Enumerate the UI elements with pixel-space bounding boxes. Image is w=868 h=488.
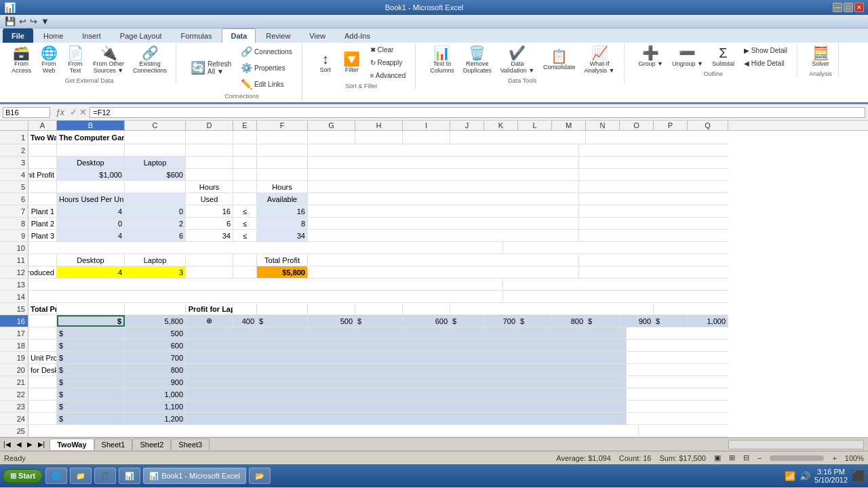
tab-first-btn[interactable]: |◀ [1,440,13,449]
cell-i15[interactable] [403,303,450,314]
cell-a2[interactable] [28,144,57,156]
filter-button[interactable]: 🔽Filter [340,50,364,75]
cell-e5[interactable] [233,181,257,192]
cell-k16[interactable]: 700 [484,315,518,327]
cell-c2[interactable] [125,144,186,156]
row-num-11[interactable]: 11 [0,254,28,266]
row-num-12[interactable]: 12 [0,266,28,279]
customize-quick-btn[interactable]: ▼ [40,16,50,27]
cell-f4[interactable] [257,169,308,180]
cell-b12[interactable]: 4 [57,266,125,278]
col-header-n[interactable]: N [586,121,620,130]
cell-rest21[interactable] [186,376,627,388]
col-header-h[interactable]: H [355,121,403,130]
cell-b19[interactable]: $ [57,352,125,363]
row-num-13[interactable]: 13 [0,279,28,291]
cell-a13[interactable] [28,279,503,290]
cell-b20[interactable]: $ [57,364,125,375]
horizontal-scrollbar[interactable] [728,440,864,449]
cell-j16[interactable]: $ [450,315,484,327]
row-num-17[interactable]: 17 [0,327,28,340]
taskbar-media[interactable]: 🎵 [94,468,116,484]
sort-button[interactable]: ↕️Sort [313,50,338,75]
cell-b3[interactable]: Desktop [57,157,125,168]
tab-home[interactable]: Home [35,28,72,43]
cell-f3[interactable] [257,157,308,168]
cell-d1[interactable] [186,131,233,144]
cell-c5[interactable] [125,181,186,192]
cell-e4[interactable] [233,169,257,180]
row-num-9[interactable]: 9 [0,230,28,242]
cell-rest17[interactable] [186,327,627,339]
tab-next-btn[interactable]: ▶ [25,440,35,449]
cell-b24[interactable]: $ [57,413,125,424]
row-num-1[interactable]: 1 [0,131,28,144]
cell-l16[interactable]: $ [518,315,552,327]
col-header-a[interactable]: A [28,121,57,130]
cell-e9[interactable]: ≤ [233,230,257,241]
cell-g16[interactable]: 500 [308,315,355,327]
cell-b8[interactable]: 0 [57,218,125,229]
cell-d8[interactable]: 6 [186,218,233,229]
row-num-7[interactable]: 7 [0,205,28,218]
row-num-18[interactable]: 18 [0,340,28,352]
row-num-21[interactable]: 21 [0,376,28,388]
taskbar-explorer[interactable]: 📁 [70,468,92,484]
hide-detail-button[interactable]: ◀ Hide Detail [740,58,791,69]
connections-button[interactable]: 🔗 Connections [237,44,296,59]
row-num-2[interactable]: 2 [0,144,28,157]
cell-f5[interactable]: Hours [257,181,308,192]
row-num-22[interactable]: 22 [0,388,28,401]
cell-h1[interactable] [355,131,403,144]
cell-e15[interactable] [233,303,257,314]
col-header-d[interactable]: D [186,121,233,130]
cell-b11[interactable]: Desktop [57,254,125,266]
from-web-button[interactable]: 🌐FromWeb [37,44,61,76]
tab-data[interactable]: Data [222,28,256,43]
cell-e12[interactable] [233,266,257,278]
cell-f16[interactable]: $ [257,315,308,327]
show-detail-button[interactable]: ▶ Show Detail [740,45,791,56]
view-normal-btn[interactable]: ▣ [714,453,721,462]
cell-d15[interactable]: Unit Profit for Laptop [186,303,233,314]
cell-a3[interactable] [28,157,57,168]
tab-review[interactable]: Review [257,28,299,43]
cell-c19[interactable]: 700 [125,352,186,363]
cell-a15[interactable]: Total Profit [28,303,57,314]
taskbar-ie[interactable]: 🌐 [45,468,67,484]
cell-c23[interactable]: 1,100 [125,401,186,412]
cell-a1[interactable]: Two Way [28,131,57,144]
cell-d16[interactable]: ⊕ [186,315,233,327]
cell-a17[interactable] [28,327,57,339]
redo-quick-btn[interactable]: ↪ [29,16,38,27]
cell-b6[interactable]: Hours Used Per Unit Produced [57,193,125,205]
cell-d2[interactable] [186,144,233,156]
cell-d3[interactable] [186,157,233,168]
cell-c17[interactable]: 500 [125,327,186,339]
row-num-4[interactable]: 4 [0,169,28,181]
text-to-columns-button[interactable]: 📊Text toColumns [427,44,458,76]
cell-f11[interactable]: Total Profit [257,254,308,266]
cell-e11[interactable] [233,254,257,266]
name-box[interactable] [3,107,50,118]
cell-a8[interactable]: Plant 2 [28,218,57,229]
maximize-button[interactable]: □ [844,3,853,12]
cell-rest6[interactable] [308,193,579,205]
cell-b5[interactable] [57,181,125,192]
cell-f15[interactable] [257,303,308,314]
what-if-analysis-button[interactable]: 📈What-IfAnalysis ▼ [581,44,618,76]
cell-c1[interactable] [125,131,186,144]
cell-b17[interactable]: $ [57,327,125,339]
tab-formulas[interactable]: Formulas [172,28,221,43]
cell-b23[interactable]: $ [57,401,125,412]
cell-b2[interactable] [57,144,125,156]
cell-m16[interactable]: 800 [552,315,586,327]
cell-f12[interactable]: $5,800 [257,266,308,278]
cell-f8[interactable]: 8 [257,218,308,229]
row-num-8[interactable]: 8 [0,218,28,230]
edit-links-button[interactable]: ✏️ Edit Links [237,77,296,92]
existing-connections-button[interactable]: 🔗ExistingConnections [130,44,170,76]
advanced-button[interactable]: ≡ Advanced [366,70,410,81]
cell-rest20[interactable] [186,364,627,375]
start-button[interactable]: ⊞ Start [3,469,43,483]
